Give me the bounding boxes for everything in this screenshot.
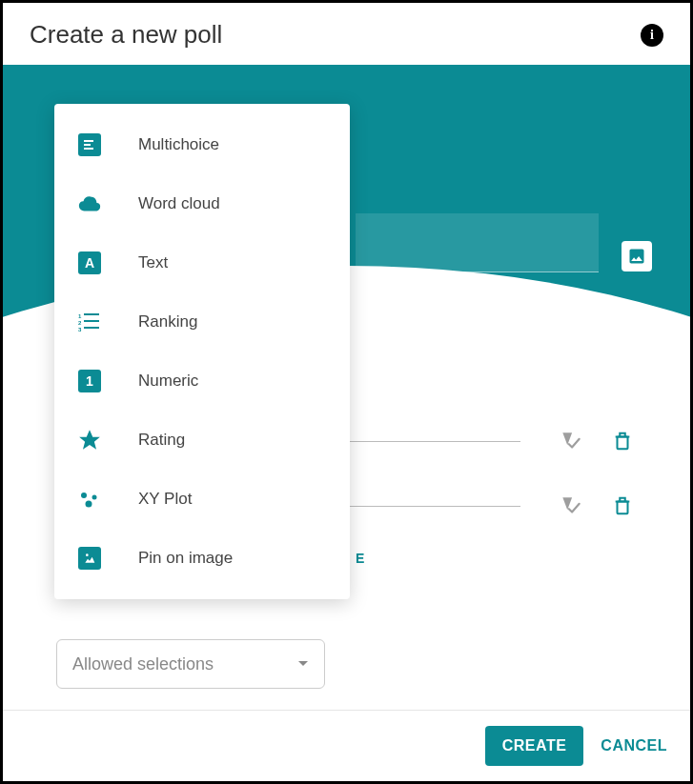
svg-point-12	[86, 501, 92, 508]
svg-text:1: 1	[78, 313, 82, 319]
poll-type-ranking[interactable]: 123 Ranking	[54, 292, 350, 352]
dialog-title: Create a new poll	[30, 20, 222, 50]
poll-type-numeric[interactable]: 1 Numeric	[54, 352, 350, 411]
add-image-button[interactable]	[622, 241, 652, 271]
svg-point-14	[86, 553, 89, 556]
svg-rect-0	[618, 436, 628, 449]
multichoice-icon	[77, 132, 102, 157]
poll-type-label: Text	[138, 253, 168, 272]
svg-rect-8	[84, 320, 99, 322]
poll-type-dropdown: Multichoice Word cloud A Text 123 Rankin…	[54, 104, 350, 599]
chevron-down-icon	[297, 660, 309, 668]
create-button[interactable]: CREATE	[485, 726, 584, 766]
cloud-icon	[77, 191, 102, 216]
svg-rect-2	[84, 140, 93, 142]
poll-type-label: Rating	[138, 431, 185, 450]
poll-type-label: Ranking	[138, 312, 197, 332]
option-input[interactable]	[339, 441, 520, 442]
dialog-footer: CREATE CANCEL	[3, 710, 690, 781]
poll-type-pinimage[interactable]: Pin on image	[54, 529, 350, 588]
mark-correct-icon[interactable]	[559, 429, 583, 453]
poll-type-xyplot[interactable]: XY Plot	[54, 470, 350, 529]
poll-type-text[interactable]: A Text	[54, 233, 350, 292]
allowed-selections-placeholder: Allowed selections	[72, 654, 214, 674]
allowed-selections-select[interactable]: Allowed selections	[56, 639, 325, 689]
poll-type-label: XY Plot	[138, 490, 192, 509]
info-icon[interactable]: i	[641, 24, 663, 47]
svg-text:2: 2	[78, 320, 82, 326]
svg-rect-4	[84, 148, 93, 150]
poll-type-wordcloud[interactable]: Word cloud	[54, 174, 350, 233]
svg-point-13	[92, 495, 97, 500]
svg-rect-10	[84, 327, 99, 329]
add-choice-link-tail[interactable]: E	[356, 551, 365, 566]
delete-icon[interactable]	[612, 494, 633, 517]
poll-type-label: Numeric	[138, 372, 198, 391]
mark-correct-icon[interactable]	[559, 493, 583, 518]
rating-icon	[77, 428, 102, 452]
text-icon: A	[77, 251, 102, 275]
cancel-button[interactable]: CANCEL	[601, 737, 667, 754]
poll-type-label: Pin on image	[138, 549, 233, 568]
svg-point-11	[81, 493, 87, 498]
scatter-icon	[77, 487, 102, 512]
ranking-icon: 123	[77, 310, 102, 334]
svg-text:3: 3	[78, 327, 82, 332]
image-icon	[627, 247, 646, 266]
image-pin-icon	[77, 546, 102, 571]
poll-type-label: Multichoice	[138, 135, 219, 154]
svg-rect-3	[84, 144, 91, 146]
svg-rect-6	[84, 313, 99, 315]
poll-type-label: Word cloud	[138, 194, 220, 213]
option-input[interactable]	[339, 506, 520, 507]
delete-icon[interactable]	[612, 430, 633, 452]
numeric-icon: 1	[77, 369, 102, 393]
poll-type-multichoice[interactable]: Multichoice	[54, 115, 350, 174]
question-input[interactable]	[356, 213, 599, 272]
svg-rect-1	[618, 501, 628, 513]
dialog-header: Create a new poll i	[3, 3, 690, 65]
poll-type-rating[interactable]: Rating	[54, 411, 350, 470]
